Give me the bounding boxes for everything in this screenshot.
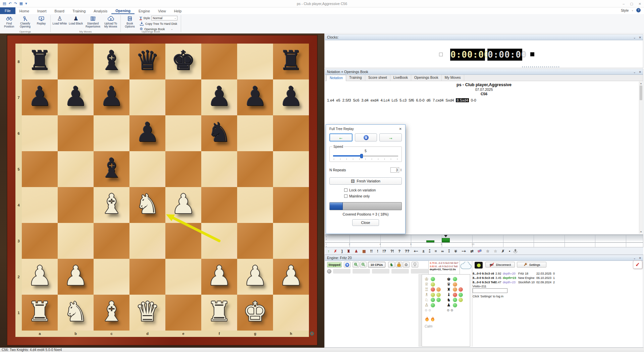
lets-check-row-1[interactable]: 8...0-0 9.Sc3 c63.45depth=23New Engine06… (473, 276, 555, 280)
move-Sf6[interactable]: Sf6 (409, 98, 414, 102)
black-knight-f6[interactable]: ♞ (201, 115, 237, 151)
buddy-scrollbar[interactable] (419, 274, 421, 347)
square-f1[interactable]: ♜ (201, 295, 237, 331)
replay-forward-button[interactable]: → (379, 133, 402, 141)
black-better-icon[interactable]: ∓ (454, 248, 457, 254)
lock-on-variation-checkbox[interactable]: Lock on variation (344, 188, 376, 192)
square-d8[interactable]: ♛ (129, 44, 165, 79)
black-bishop-c5[interactable]: ♝ (94, 151, 129, 187)
more-icon[interactable]: ▾ (25, 1, 27, 6)
tab-analysis[interactable]: Analysis (90, 7, 111, 14)
undo-icon[interactable]: ↶ (8, 1, 11, 6)
promote-variation-icon[interactable]: ♜ (347, 248, 350, 254)
lets-check-row-2[interactable]: 8...0-0 9.Sc3 Te83.47depth=23Stockfish 1… (473, 281, 555, 284)
square-c8[interactable]: ♝ (94, 44, 129, 79)
zoom-in-analysis-button[interactable] (353, 262, 359, 268)
tab-board[interactable]: Board (51, 7, 68, 14)
square-c1[interactable]: ♝ (94, 295, 129, 331)
square-a1[interactable]: ♜ (22, 295, 58, 331)
square-f3[interactable] (201, 223, 237, 259)
white-rook-f1[interactable]: ♜ (201, 295, 237, 331)
colored-board-icon[interactable]: ▦ (362, 248, 366, 254)
good-move-icon[interactable]: ! (377, 248, 378, 254)
white-pawn-a2[interactable]: ♟ (22, 259, 58, 295)
find-position-button[interactable]: Find Position (1, 15, 17, 30)
slider-thumb[interactable] (360, 154, 363, 158)
black-pawn-d6[interactable]: ♟ (129, 115, 165, 151)
square-c6[interactable] (94, 115, 129, 151)
white-king-g1[interactable]: ♚ (237, 295, 273, 331)
engine-status-button[interactable]: Stopped (327, 262, 342, 268)
black-pawn-g7[interactable]: ♟ (237, 79, 273, 115)
square-h6[interactable] (273, 115, 309, 151)
dubious-move-icon[interactable]: ?! (390, 248, 394, 254)
square-b5[interactable] (58, 151, 94, 187)
white-queen-d1[interactable]: ♛ (129, 295, 165, 331)
black-pawn-f7[interactable]: ♟ (201, 79, 237, 115)
square-c3[interactable] (94, 223, 129, 259)
pawn-annotation-icon[interactable]: ♟ (355, 248, 358, 254)
square-b4[interactable] (58, 187, 94, 223)
zoom-out-analysis-button[interactable] (360, 262, 367, 268)
tab-training[interactable]: Training (68, 7, 90, 14)
square-a6[interactable] (22, 115, 58, 151)
black-winning-icon[interactable]: −+ (462, 248, 466, 254)
move-Lc5[interactable]: Lc5 (392, 98, 398, 102)
dialog-close-button[interactable]: Close (352, 219, 379, 226)
square-a4[interactable] (22, 187, 58, 223)
white-winning-icon[interactable]: +− (414, 248, 418, 254)
settings-button[interactable]: Settings (517, 262, 546, 268)
mainline-only-checkbox[interactable]: Mainline only (344, 194, 370, 198)
black-rook-a8[interactable]: ♜ (22, 44, 58, 79)
square-g1[interactable]: ♚ (237, 295, 273, 331)
square-d3[interactable] (129, 223, 165, 259)
black-slightly-better-icon[interactable]: =+ (448, 249, 450, 253)
black-pawn-h7[interactable]: ♟ (273, 79, 309, 115)
black-king-e8[interactable]: ♚ (165, 44, 201, 79)
unclear-icon[interactable]: ∞ (441, 248, 444, 254)
copy-tree-button[interactable]: Copy Tree To Hard Disk (140, 21, 177, 26)
white-pawn-b2[interactable]: ♟ (58, 259, 94, 295)
square-d2[interactable] (129, 259, 165, 295)
chess-board[interactable]: ♜♝♛♚♜♟♟♟♟♟♟♟♞♝♝♞♟♟♟♟♟♟♜♞♝♛♜♚ (22, 44, 309, 331)
chevron-down-icon[interactable]: ⌄ (631, 9, 634, 12)
square-c2[interactable] (94, 259, 129, 295)
lets-check-row-0[interactable]: 8...0-0 9.Sc3 c62.92depth=20Fritz 1822.0… (473, 272, 555, 275)
book-options-button[interactable]: Book Options (122, 15, 138, 30)
white-pawn-g2[interactable]: ♟ (237, 259, 273, 295)
square-e2[interactable] (165, 259, 201, 295)
style-menu[interactable]: Style (621, 8, 629, 12)
login-input[interactable] (473, 288, 507, 293)
fresh-variation-button[interactable]: ⚄ Fresh Variation (329, 177, 402, 185)
square-g5[interactable] (237, 151, 273, 187)
move-5.c3[interactable]: 5.c3 (399, 98, 407, 102)
mistake-icon[interactable]: ? (398, 248, 400, 254)
blunder-icon[interactable]: ?? (405, 248, 409, 254)
replay-pause-button[interactable] (355, 133, 377, 141)
confirm-check-button[interactable]: ✓ (633, 260, 642, 269)
notation-tab-openings-book[interactable]: Openings Book (411, 75, 442, 81)
white-better-icon[interactable]: ± (422, 248, 424, 254)
close-button[interactable]: ✕ (639, 2, 641, 6)
delete-move-icon[interactable]: ✗ (334, 248, 337, 254)
help-icon[interactable]: ? (636, 8, 641, 12)
square-b7[interactable]: ♟ (58, 79, 94, 115)
square-e3[interactable] (165, 223, 201, 259)
tab-view[interactable]: View (154, 7, 170, 14)
tab-file[interactable]: File (0, 7, 15, 14)
move-2.Sf3[interactable]: 2.Sf3 (342, 98, 351, 102)
move-0-0[interactable]: 0-0 (471, 98, 476, 102)
star-add-icon[interactable]: ☆ (494, 248, 497, 254)
eval-bar-move-8[interactable] (442, 238, 450, 242)
square-f4[interactable] (201, 187, 237, 223)
tab-home[interactable]: Home (15, 7, 33, 14)
move-exd4[interactable]: exd4 (371, 98, 379, 102)
notation-tab-score-sheet[interactable]: Score sheet (365, 75, 390, 81)
notation-scrollbar[interactable]: ▲ ▼ (639, 81, 643, 234)
n-repeats-field[interactable]: 3 (390, 167, 399, 173)
square-g6[interactable] (237, 115, 273, 151)
square-a3[interactable] (22, 223, 58, 259)
square-d5[interactable] (129, 151, 165, 187)
black-rook-h8[interactable]: ♜ (273, 44, 309, 79)
square-b1[interactable]: ♞ (58, 295, 94, 331)
